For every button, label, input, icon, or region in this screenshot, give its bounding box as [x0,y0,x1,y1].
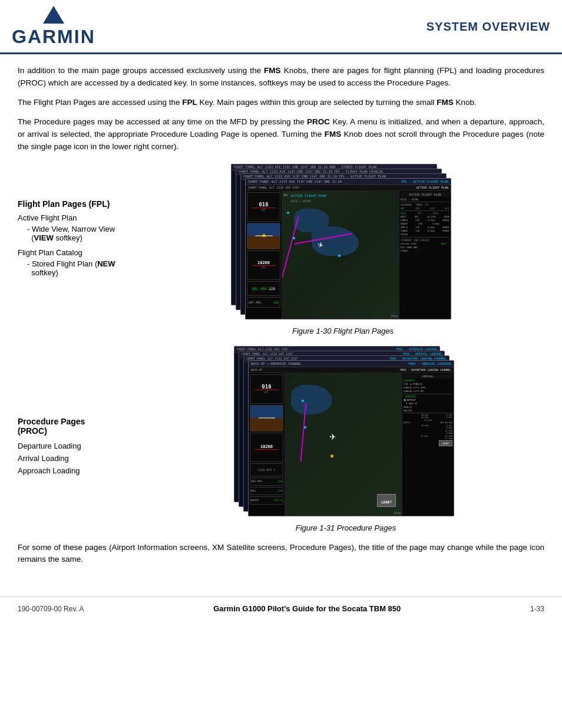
active-flight-plan-label: Active Flight Plan [18,213,130,222]
approach-loading-label: Approach Loading [18,466,135,475]
main-content: In addition to the main page groups acce… [0,54,562,585]
paragraph-1: In addition to the main page groups acce… [18,65,544,90]
proc-section-subtitle: (PROC) [18,426,135,436]
garmin-logo: GARMIN [12,26,95,48]
section-title: SYSTEM OVERVIEW [427,20,550,34]
figure-1-30-caption: Figure 1-30 Flight Plan Pages [292,327,394,335]
mfd-stack-1-30: CHART PANEL ALT 1133 AIR 1197 ENR 1147 G… [231,164,455,323]
flight-plan-catalog-sub: - Stored Flight Plan (NEW softkey) [27,259,130,277]
page-header: GARMIN SYSTEM OVERVIEW [0,0,562,54]
figure-1-30-section: Flight Plan Pages (FPL) Active Flight Pl… [18,164,544,335]
departure-loading-label: Departure Loading [18,442,135,450]
figure-1-31-area: CHART PANEL ALT 1133 AIR 1197 PROC - APP… [147,346,544,532]
proc-section-label: Procedure Pages [18,417,135,426]
footer-title: Garmin G1000 Pilot's Guide for the Socat… [213,604,401,613]
mfd-stack-1-31: CHART PANEL ALT 1133 AIR 1197 PROC - APP… [234,346,458,520]
active-flight-plan-sub: - Wide View, Narrow View (VIEW softkey) [27,225,130,242]
arrival-loading-label: Arrival Loading [18,454,135,463]
flight-plan-catalog-label: Flight Plan Catalog [18,248,130,257]
figure-1-31-caption: Figure 1-31 Procedure Pages [296,523,396,532]
fpl-section-label: Flight Plan Pages (FPL) [18,199,130,209]
paragraph-2: The Flight Plan Pages are accessed using… [18,97,544,109]
logo-area: GARMIN [12,6,95,48]
figure-1-31-section: Procedure Pages (PROC) Departure Loading… [18,346,544,532]
footer-doc-number: 190-00709-00 Rev. A [18,605,84,613]
figure-1-30-area: CHART PANEL ALT 1133 AIR 1197 ENR 1147 G… [141,164,544,335]
page-footer: 190-00709-00 Rev. A Garmin G1000 Pilot's… [0,597,562,620]
paragraph-4: For some of these pages (Airport Informa… [18,542,544,566]
garmin-triangle-icon [43,6,64,24]
figure-1-30-annotation: Flight Plan Pages (FPL) Active Flight Pl… [18,164,130,335]
mfd-proc-front: BACK UP ↑ UNFREEZE CHANNEL PROC - ARRIVA… [248,360,454,516]
paragraph-3: The Procedure pages may be accessed at a… [18,116,544,153]
mfd-screen-front: CHART PANEL ALT 1133 AIR 1197 ENR 1147 G… [245,178,451,319]
figure-1-31-annotation: Procedure Pages (PROC) Departure Loading… [18,346,135,532]
footer-page-number: 1-33 [530,605,544,613]
